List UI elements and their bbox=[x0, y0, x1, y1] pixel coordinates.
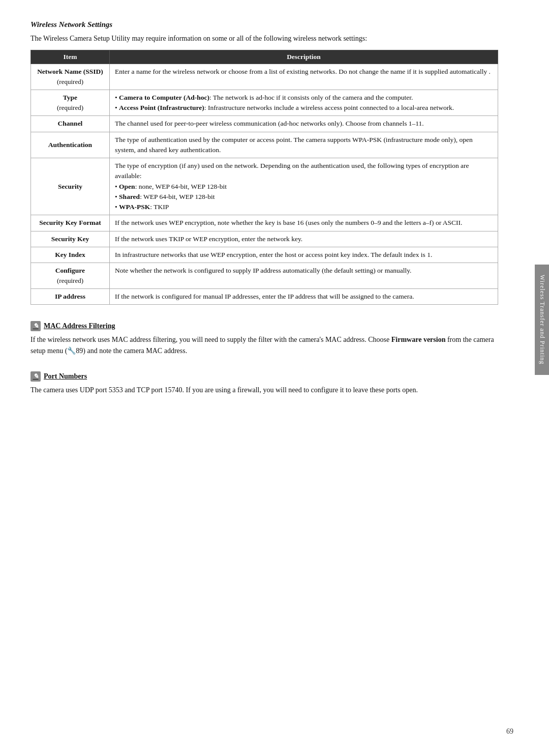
col-header-item: Item bbox=[31, 50, 110, 64]
table-row: Network Name (SSID)(required)Enter a nam… bbox=[31, 64, 498, 90]
page-content: Wireless Network Settings The Wireless C… bbox=[30, 20, 498, 396]
table-cell-item: Security Key bbox=[31, 231, 110, 247]
table-row: SecurityThe type of encryption (if any) … bbox=[31, 158, 498, 215]
table-cell-desc: If the network uses WEP encryption, note… bbox=[110, 215, 498, 231]
table-cell-desc: The type of encryption (if any) used on … bbox=[110, 158, 498, 215]
table-row: IP addressIf the network is configured f… bbox=[31, 288, 498, 304]
port-numbers-section: ✎ Port Numbers The camera uses UDP port … bbox=[30, 371, 498, 396]
table-cell-desc: • Camera to Computer (Ad-hoc): The netwo… bbox=[110, 90, 498, 116]
table-cell-desc: The channel used for peer-to-peer wirele… bbox=[110, 116, 498, 132]
section-title: Wireless Network Settings bbox=[30, 20, 498, 29]
table-cell-item: IP address bbox=[31, 288, 110, 304]
port-numbers-title: ✎ Port Numbers bbox=[30, 371, 498, 382]
mac-address-section: ✎ MAC Address Filtering If the wireless … bbox=[30, 321, 498, 357]
table-cell-item: Security bbox=[31, 158, 110, 215]
table-cell-item: Type(required) bbox=[31, 90, 110, 116]
settings-table: Item Description Network Name (SSID)(req… bbox=[30, 50, 498, 305]
table-cell-desc: The type of authentication used by the c… bbox=[110, 132, 498, 158]
table-cell-desc: In infrastructure networks that use WEP … bbox=[110, 247, 498, 263]
table-row: Security Key FormatIf the network uses W… bbox=[31, 215, 498, 231]
table-row: Configure(required)Note whether the netw… bbox=[31, 263, 498, 289]
table-cell-item: Key Index bbox=[31, 247, 110, 263]
table-cell-desc: Note whether the network is configured t… bbox=[110, 263, 498, 289]
table-row: AuthenticationThe type of authentication… bbox=[31, 132, 498, 158]
table-cell-item: Channel bbox=[31, 116, 110, 132]
sidebar-tab: Wireless Transfer and Printing bbox=[535, 265, 549, 375]
port-numbers-text: The camera uses UDP port 5353 and TCP po… bbox=[30, 385, 498, 396]
table-row: ChannelThe channel used for peer-to-peer… bbox=[31, 116, 498, 132]
table-cell-item: Configure(required) bbox=[31, 263, 110, 289]
table-cell-desc: If the network uses TKIP or WEP encrypti… bbox=[110, 231, 498, 247]
mac-address-text: If the wireless network uses MAC address… bbox=[30, 334, 498, 357]
note-icon-mac: ✎ bbox=[30, 321, 41, 331]
note-icon-port: ✎ bbox=[30, 371, 41, 382]
col-header-desc: Description bbox=[110, 50, 498, 64]
page-number: 69 bbox=[506, 728, 513, 736]
table-row: Security KeyIf the network uses TKIP or … bbox=[31, 231, 498, 247]
table-cell-item: Security Key Format bbox=[31, 215, 110, 231]
table-cell-item: Authentication bbox=[31, 132, 110, 158]
mac-address-title: ✎ MAC Address Filtering bbox=[30, 321, 498, 331]
table-row: Key IndexIn infrastructure networks that… bbox=[31, 247, 498, 263]
table-cell-desc: If the network is configured for manual … bbox=[110, 288, 498, 304]
table-cell-item: Network Name (SSID)(required) bbox=[31, 64, 110, 90]
intro-text: The Wireless Camera Setup Utility may re… bbox=[30, 33, 498, 44]
table-row: Type(required)• Camera to Computer (Ad-h… bbox=[31, 90, 498, 116]
table-cell-desc: Enter a name for the wireless network or… bbox=[110, 64, 498, 90]
